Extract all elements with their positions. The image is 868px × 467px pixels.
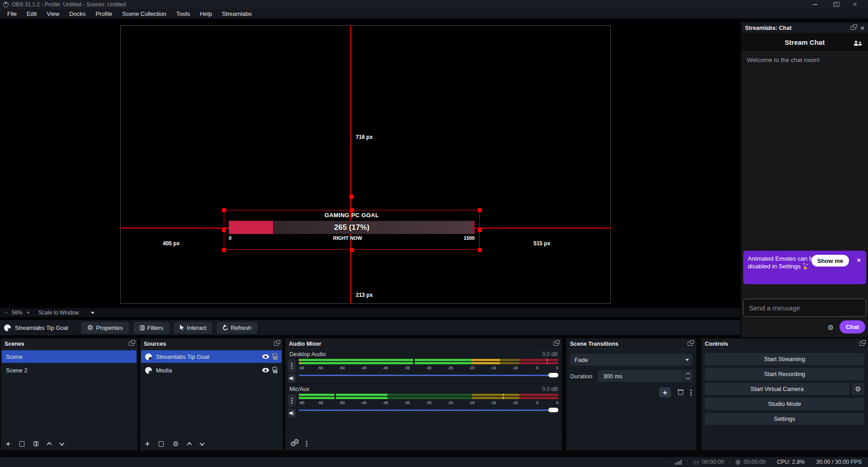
virtual-camera-settings-button[interactable] [852,383,864,395]
menu-item-file[interactable]: File [2,9,22,19]
remove-transition-button[interactable] [678,390,683,395]
popout-icon[interactable] [859,342,864,346]
controls-title: Controls [705,341,728,347]
settings-button[interactable]: Settings [705,413,864,425]
menu-item-help[interactable]: Help [195,9,217,19]
move-scene-up-button[interactable] [47,442,52,447]
selection-handle[interactable] [222,228,226,232]
zoom-in-button[interactable]: + [27,310,30,316]
scene-row[interactable]: Scene [2,350,137,363]
menu-item-scene-collection[interactable]: Scene Collection [117,9,171,19]
close-button[interactable] [845,0,865,9]
scene-name: Scene 2 [6,367,28,374]
slider-handle[interactable] [548,373,558,377]
refresh-icon [222,324,229,331]
zoom-out-button[interactable]: − [5,310,8,316]
close-icon[interactable]: × [860,24,864,31]
start-streaming-button[interactable]: Start Streaming [705,353,864,365]
record-timer: 00:00:00 [736,459,766,465]
menu-item-profile[interactable]: Profile [90,9,117,19]
menu-item-docks[interactable]: Docks [64,9,90,19]
move-source-down-button[interactable] [200,440,205,445]
selection-handle[interactable] [222,208,226,212]
source-properties-gear-icon[interactable] [173,440,179,448]
start-recording-button[interactable]: Start Recording [705,368,864,380]
move-scene-down-button[interactable] [59,440,64,445]
menu-item-tools[interactable]: Tools [171,9,195,19]
guide-label-top: 716 px [356,134,373,140]
menu-item-streamlabs[interactable]: Streamlabs [217,9,257,19]
streamlabs-chat-dock: Streamlabs: Chat × Stream Chat Welcome t… [741,23,868,337]
mixer-channel-mic-aux: Mic/Aux0.0 dB-60-55-50-45-40-35-30-25-20… [285,384,562,419]
lock-icon[interactable] [273,356,278,360]
add-source-button[interactable]: + [145,440,150,448]
popout-icon[interactable] [553,342,558,346]
volume-slider[interactable] [299,372,558,378]
chevron-down-icon[interactable] [91,312,94,314]
vu-meter-bar [299,397,558,399]
duration-input[interactable]: 300 ms [598,370,693,382]
selection-handle[interactable] [478,228,482,232]
volume-slider[interactable] [299,407,558,413]
selection-handle[interactable] [222,248,226,252]
visibility-eye-icon[interactable] [262,354,269,359]
mixer-title: Audio Mixer [289,341,321,347]
sources-title: Sources [144,341,166,347]
add-scene-button[interactable]: + [6,440,10,448]
transition-menu-dots-icon[interactable] [690,392,692,393]
channel-menu-dots-button[interactable] [288,359,296,372]
start-virtual-camera-button[interactable]: Start Virtual Camera [705,383,849,395]
show-me-button[interactable]: Show me [811,255,849,267]
source-row[interactable]: Media [141,364,282,376]
menu-item-edit[interactable]: Edit [22,9,42,19]
chat-message-input[interactable] [743,299,866,317]
remove-source-button[interactable] [159,441,164,447]
meter-scale: -60-55-50-45-40-35-30-25-20-15-10-50 [299,400,558,405]
minimize-button[interactable] [805,0,825,9]
restore-button[interactable] [825,0,845,9]
scale-mode-select[interactable]: Scale to Window [38,310,79,316]
selection-handle[interactable] [350,208,354,212]
selection-handle[interactable] [478,208,482,212]
viewers-icon[interactable] [854,39,863,46]
scene-filters-button[interactable] [33,441,38,446]
popout-icon[interactable] [851,26,856,30]
scene-row[interactable]: Scene 2 [2,364,137,376]
properties-button[interactable]: Properties [81,322,129,334]
popout-icon[interactable] [129,342,134,346]
selection-handle[interactable] [478,248,482,252]
meter-marker [503,394,504,396]
rotate-handle[interactable] [349,194,354,199]
chat-settings-gear-icon[interactable] [828,322,834,332]
remove-scene-button[interactable] [19,441,24,447]
transitions-header: Scene Transitions [566,338,696,349]
source-selection-box[interactable] [224,210,480,250]
dismiss-notification-icon[interactable]: × [857,257,861,263]
popout-icon[interactable] [688,342,693,346]
menu-item-view[interactable]: View [42,9,64,19]
advanced-audio-gear-icon[interactable] [290,440,296,448]
move-source-up-button[interactable] [187,442,192,447]
slider-handle[interactable] [548,408,558,412]
spin-down-icon[interactable] [686,376,689,379]
add-transition-button[interactable]: + [659,387,671,397]
filters-button[interactable]: Filters [134,322,169,334]
selection-handle[interactable] [350,248,354,252]
refresh-button[interactable]: Refresh [217,322,257,334]
duration-spinner[interactable] [683,370,693,382]
mute-button[interactable] [288,374,296,383]
mixer-menu-dots-icon[interactable] [306,443,307,444]
lock-icon[interactable] [273,370,278,373]
signal-bars-icon [675,460,682,465]
scale-tick-label: -45 [361,400,366,405]
transition-select[interactable]: Fade [570,354,693,366]
interact-button[interactable]: Interact [174,322,212,334]
visibility-eye-icon[interactable] [262,368,269,372]
preview-canvas[interactable] [120,25,611,304]
mute-button[interactable] [288,409,296,418]
popout-icon[interactable] [274,342,279,346]
chat-send-button[interactable]: Chat [840,320,865,334]
channel-menu-dots-button[interactable] [288,394,296,407]
studio-mode-button[interactable]: Studio Mode [705,398,864,410]
source-row[interactable]: Streamlabs Tip Goal [141,350,282,363]
